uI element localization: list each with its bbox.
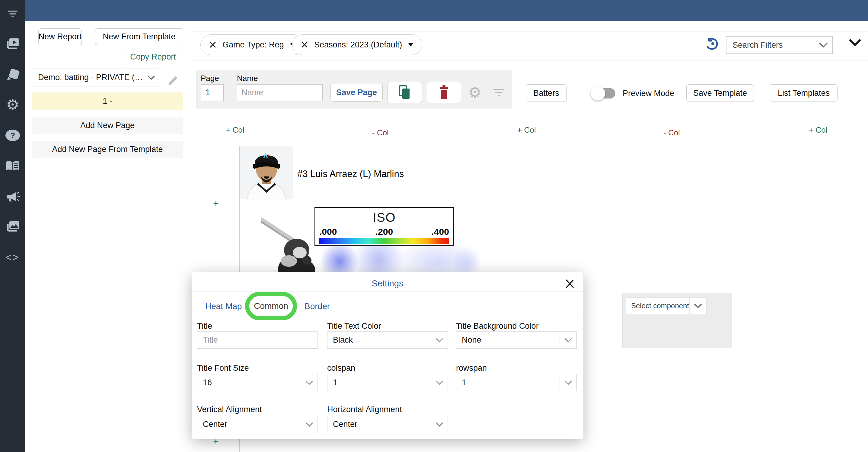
add-column-button[interactable]: + Col (226, 125, 244, 135)
report-panel: New Report New From Template Copy Report… (25, 21, 191, 452)
add-new-page-button[interactable]: Add New Page (32, 117, 183, 134)
horizontal-alignment-label: Horizontal Alignment (327, 405, 402, 414)
title-font-size-label: Title Font Size (197, 364, 249, 373)
chevron-down-icon (560, 332, 577, 348)
book-glyph-icon (4, 158, 21, 175)
component-cell: Select component (622, 293, 732, 348)
gear-glyph: ⚙ (6, 97, 19, 112)
tab-heat-map[interactable]: Heat Map (205, 302, 242, 311)
page-filter-icon[interactable] (493, 88, 505, 98)
code-icon[interactable]: <> (4, 249, 21, 265)
copy-report-button[interactable]: Copy Report (123, 49, 183, 65)
remove-column-button[interactable]: - Col (372, 128, 389, 138)
top-bar (25, 0, 868, 21)
player-title: #3 Luis Arraez (L) Marlins (297, 169, 404, 179)
title-input[interactable] (197, 332, 318, 349)
page-list-item-1[interactable]: 1 - (32, 92, 183, 110)
component-select-placeholder: Select component (626, 302, 689, 310)
images-glyph-icon (4, 218, 21, 235)
trash-icon (438, 85, 450, 100)
preview-mode-toggle[interactable] (592, 88, 615, 98)
save-page-button[interactable]: Save Page (331, 84, 383, 102)
legend-tick: .400 (432, 227, 449, 237)
page-settings-gear-icon[interactable]: ⚙ (468, 85, 483, 100)
select-value: 1 (328, 378, 431, 387)
tab-common[interactable]: Common (247, 294, 295, 317)
legend-ticks: .000 .200 .400 (319, 227, 449, 237)
rowspan-label: rowspan (456, 364, 487, 373)
select-value: 1 (456, 378, 560, 387)
select-value: None (456, 335, 560, 345)
remove-filter-icon[interactable] (209, 41, 216, 48)
settings-gear-icon[interactable]: ⚙ (4, 96, 21, 113)
select-value: Black (328, 335, 431, 345)
copy-icon (398, 85, 411, 100)
megaphone-glyph-icon (4, 188, 21, 205)
list-templates-button[interactable]: List Templates (770, 84, 838, 102)
legend-tick: .200 (375, 227, 393, 237)
legend-tick: .000 (319, 227, 337, 237)
report-select-value: Demo: batting - PRIVATE (brad... (32, 73, 143, 82)
chevron-down-icon (301, 416, 317, 433)
notes-glyph-icon (4, 66, 21, 83)
chevron-down-icon (560, 374, 577, 391)
title-label: Title (197, 321, 212, 331)
title-font-size-select[interactable]: 16 (197, 374, 318, 391)
remove-column-button[interactable]: - Col (663, 128, 680, 138)
add-column-button[interactable]: + Col (809, 125, 827, 135)
new-from-template-button[interactable]: New From Template (95, 28, 183, 45)
vertical-alignment-label: Vertical Alignment (197, 405, 262, 414)
filter-history-icon[interactable] (706, 36, 719, 51)
filter-chip-seasons[interactable]: Seasons: 2023 (Default) (292, 34, 422, 55)
video-library-icon[interactable] (4, 35, 21, 52)
tab-border[interactable]: Border (305, 302, 330, 311)
collapse-filters-chevron-icon[interactable] (849, 39, 861, 47)
edit-report-pencil-icon[interactable] (166, 72, 180, 85)
save-template-button[interactable]: Save Template (686, 84, 754, 102)
component-select[interactable]: Select component (626, 297, 707, 314)
guide-book-icon[interactable] (4, 158, 21, 175)
filter-chip-game-type[interactable]: Game Type: Reg (200, 34, 304, 55)
notes-icon[interactable] (4, 66, 21, 83)
chevron-down-icon (431, 374, 447, 391)
title-background-color-select[interactable]: None (456, 332, 577, 349)
new-report-button[interactable]: New Report (38, 28, 82, 45)
vertical-alignment-select[interactable]: Center (197, 416, 318, 433)
name-label: Name (237, 74, 258, 83)
title-text-color-select[interactable]: Black (327, 332, 448, 349)
modal-header-divider (192, 291, 583, 291)
help-icon[interactable]: ? (4, 127, 21, 144)
help-glyph-icon: ? (4, 127, 21, 144)
announcements-icon[interactable] (4, 188, 21, 205)
filter-menu-icon[interactable] (4, 5, 21, 22)
legend-gradient-bar (319, 238, 449, 244)
chevron-down-icon (431, 332, 447, 348)
copy-page-button[interactable] (388, 82, 422, 103)
report-select[interactable]: Demo: batting - PRIVATE (brad... (32, 68, 159, 86)
horizontal-alignment-select[interactable]: Center (327, 416, 448, 433)
title-text-color-label: Title Text Color (327, 321, 381, 331)
batters-button[interactable]: Batters (526, 84, 567, 102)
search-filters-select[interactable]: Search Filters (726, 36, 833, 54)
remove-filter-icon[interactable] (301, 41, 308, 48)
gear-glyph: ⚙ (468, 84, 482, 101)
delete-page-button[interactable] (427, 82, 461, 103)
select-value: Center (197, 420, 301, 429)
page-name-input[interactable] (237, 84, 322, 101)
add-new-page-from-template-button[interactable]: Add New Page From Template (32, 141, 183, 158)
add-column-button[interactable]: + Col (517, 125, 536, 135)
images-icon[interactable] (4, 218, 21, 235)
modal-title: Settings (192, 279, 583, 288)
app-root: ⚙ ? (0, 0, 868, 452)
close-icon[interactable] (565, 279, 576, 289)
chevron-down-icon (143, 69, 159, 86)
colspan-select[interactable]: 1 (327, 374, 448, 391)
settings-modal: Settings Heat Map Common Border Title Ti… (192, 272, 583, 439)
chevron-down-icon (431, 416, 447, 433)
add-cell-left-button[interactable]: + (213, 198, 219, 209)
page-number-input[interactable] (201, 84, 224, 101)
rowspan-select[interactable]: 1 (456, 374, 577, 391)
code-glyph: <> (5, 252, 20, 262)
select-value: Center (328, 420, 431, 429)
chevron-down-icon (814, 36, 832, 54)
